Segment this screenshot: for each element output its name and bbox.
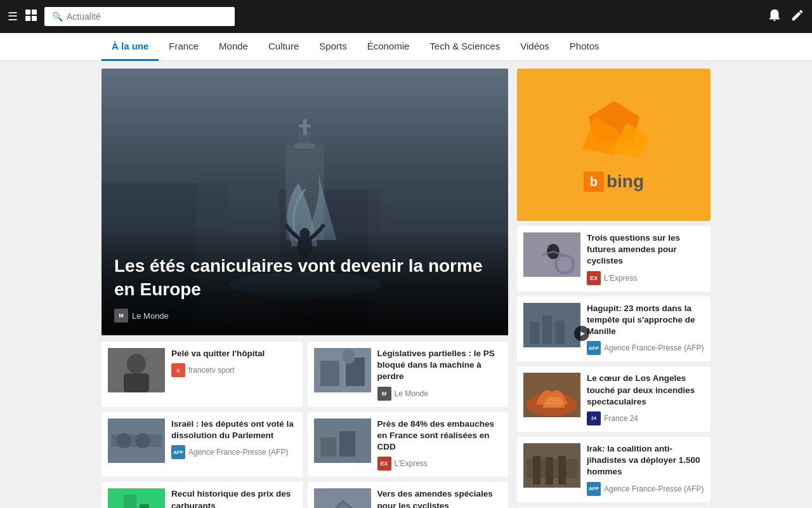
bing-b-icon: b <box>584 171 604 192</box>
news-title-vers-amendes: Vers des amendes spéciales pour les cycl… <box>377 488 502 508</box>
news-thumb-legislatives <box>314 348 371 392</box>
header-actions <box>768 8 804 25</box>
right-news-item-irak[interactable]: Irak: la coalition anti-jihadistes va dé… <box>517 437 710 502</box>
svg-point-28 <box>135 433 150 448</box>
left-column: Les étés caniculaires vont devenir la no… <box>102 69 508 508</box>
news-source-embauches: EX L'Express <box>377 457 502 471</box>
news-source-name-embauches: L'Express <box>395 459 428 468</box>
news-title-israel: Israël : les députés ont voté la dissolu… <box>171 418 296 441</box>
news-source-name-israel: Agence France-Presse (AFP) <box>188 448 288 457</box>
news-title-legislatives: Législatives partielles : le PS bloqué d… <box>377 348 502 383</box>
bing-advertisement[interactable]: b bing <box>517 69 710 221</box>
news-source-logo-embauches: EX <box>377 457 391 471</box>
search-input[interactable] <box>67 11 227 22</box>
hero-title: Les étés caniculaires vont devenir la no… <box>114 255 495 301</box>
svg-rect-35 <box>140 504 149 508</box>
hero-source-name: Le Monde <box>132 311 169 321</box>
right-news-title-cyclistes: Trois questions sur les futures amendes … <box>587 232 704 267</box>
svg-rect-2 <box>25 16 30 21</box>
right-news-source-name-hagupit: Agence France-Presse (AFP) <box>604 344 704 352</box>
news-thumb-israel <box>108 418 165 463</box>
news-thumb-pele <box>108 348 165 392</box>
search-icon: 🔍 <box>52 11 63 22</box>
news-item-vers-amendes[interactable]: Vers des amendes spéciales pour les cycl… <box>308 482 509 508</box>
right-news-content-losangeles: Le cœur de Los Angeles touché par deux i… <box>587 373 704 425</box>
svg-point-24 <box>343 349 355 364</box>
right-news-title-losangeles: Le cœur de Los Angeles touché par deux i… <box>587 373 704 408</box>
news-thumb-vers-amendes <box>314 488 371 508</box>
nav-monde[interactable]: Monde <box>209 33 258 61</box>
right-news-source-name-irak: Agence France-Presse (AFP) <box>604 485 704 493</box>
right-news-content-irak: Irak: la coalition anti-jihadistes va dé… <box>587 443 704 496</box>
right-news-content-cyclistes: Trois questions sur les futures amendes … <box>587 232 704 285</box>
news-item-israel[interactable]: Israël : les députés ont voté la dissolu… <box>102 412 303 478</box>
right-thumb-hagupit <box>523 303 580 347</box>
right-news-source-hagupit: AFP Agence France-Presse (AFP) <box>587 341 704 355</box>
news-thumb-carburants <box>108 488 165 508</box>
right-news-source-logo-cyclistes: EX <box>587 271 601 285</box>
nav-culture[interactable]: Culture <box>258 33 309 61</box>
news-content-israel: Israël : les députés ont voté la dissolu… <box>171 418 296 471</box>
news-content-pele: Pelé va quitter l'hôpital S francetv spo… <box>171 348 296 401</box>
news-thumb-embauches <box>314 418 371 463</box>
svg-rect-34 <box>124 495 136 508</box>
right-news-source-name-losangeles: France 24 <box>604 414 638 423</box>
bing-text: b bing <box>584 171 644 192</box>
svg-rect-1 <box>32 10 37 15</box>
right-news-source-logo-hagupit: AFP <box>587 341 601 355</box>
news-source-legislatives: M Le Monde <box>377 387 502 401</box>
svg-rect-48 <box>542 316 552 344</box>
svg-rect-47 <box>530 322 539 344</box>
nav-france[interactable]: France <box>159 33 209 61</box>
svg-rect-56 <box>558 456 566 485</box>
svg-rect-31 <box>339 431 355 457</box>
right-news-item-cyclistes[interactable]: Trois questions sur les futures amendes … <box>517 226 710 291</box>
right-column: b bing Trois questions sur les futures a… <box>517 69 710 508</box>
right-news-source-logo-irak: AFP <box>587 482 601 496</box>
news-title-embauches: Près de 84% des embauches en France sont… <box>377 418 502 453</box>
nav-sports[interactable]: Sports <box>309 33 357 61</box>
nav-tech-sciences[interactable]: Tech & Sciences <box>419 33 510 61</box>
right-news-item-hagupit[interactable]: Hagupit: 23 morts dans la tempête qui s'… <box>517 297 710 362</box>
main-nav: À la une France Monde Culture Sports Éco… <box>0 33 812 61</box>
hero-source: M Le Monde <box>114 309 495 323</box>
hero-overlay: Les étés caniculaires vont devenir la no… <box>102 229 508 335</box>
menu-icon[interactable]: ☰ <box>8 10 18 23</box>
news-source-name-pele: francetv sport <box>188 366 235 375</box>
video-play-badge <box>574 326 589 341</box>
news-source-logo-pele: S <box>171 363 185 377</box>
notification-icon[interactable] <box>768 8 782 25</box>
svg-point-19 <box>127 354 146 374</box>
svg-rect-30 <box>320 438 336 457</box>
news-source-logo-legislatives: M <box>377 387 391 401</box>
news-content-vers-amendes: Vers des amendes spéciales pour les cycl… <box>377 488 502 508</box>
search-bar[interactable]: 🔍 <box>44 7 235 26</box>
news-source-israel: AFP Agence France-Presse (AFP) <box>171 445 296 459</box>
nav-videos[interactable]: Vidéos <box>510 33 560 61</box>
apps-grid-icon[interactable] <box>24 8 38 25</box>
nav-economie[interactable]: Économie <box>357 33 420 61</box>
news-title-pele: Pelé va quitter l'hôpital <box>171 348 296 359</box>
right-thumb-cycliste <box>523 232 580 277</box>
right-news-title-irak: Irak: la coalition anti-jihadistes va dé… <box>587 443 704 478</box>
news-item-pele[interactable]: Pelé va quitter l'hôpital S francetv spo… <box>102 342 303 407</box>
nav-photos[interactable]: Photos <box>560 33 610 61</box>
right-news-title-hagupit: Hagupit: 23 morts dans la tempête qui s'… <box>587 303 704 338</box>
news-source-logo-israel: AFP <box>171 445 185 459</box>
nav-a-la-une[interactable]: À la une <box>102 33 159 61</box>
hero-article[interactable]: Les étés caniculaires vont devenir la no… <box>102 69 508 335</box>
svg-rect-54 <box>533 456 540 485</box>
right-news-item-losangeles[interactable]: Le cœur de Los Angeles touché par deux i… <box>517 366 710 432</box>
right-news-content-hagupit: Hagupit: 23 morts dans la tempête qui s'… <box>587 303 704 356</box>
bing-label: bing <box>606 171 644 192</box>
right-news-source-name-cyclistes: L'Express <box>604 274 637 283</box>
news-item-carburants[interactable]: Recul historique des prix des carburants <box>102 482 303 508</box>
news-content-embauches: Près de 84% des embauches en France sont… <box>377 418 502 471</box>
right-thumb-irak <box>523 443 580 488</box>
news-item-embauches[interactable]: Près de 84% des embauches en France sont… <box>308 412 509 478</box>
news-item-legislatives[interactable]: Législatives partielles : le PS bloqué d… <box>308 342 509 407</box>
edit-icon[interactable] <box>790 8 804 25</box>
svg-rect-0 <box>25 10 30 15</box>
svg-rect-55 <box>546 457 553 485</box>
header: ☰ 🔍 <box>0 0 812 33</box>
